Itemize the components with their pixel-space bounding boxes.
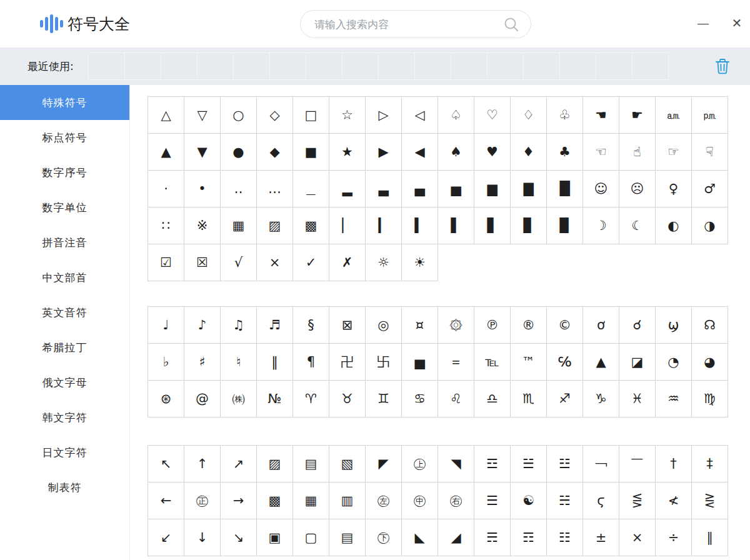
symbol-cell[interactable]: ↘ — [221, 519, 257, 556]
symbol-cell[interactable]: ＝ — [438, 344, 474, 381]
symbol-cell[interactable]: ♒ — [656, 381, 692, 418]
symbol-cell[interactable]: ※ — [184, 208, 221, 244]
symbol-cell[interactable]: ￣ — [619, 446, 656, 482]
symbol-cell[interactable]: ™ — [511, 344, 547, 381]
symbol-cell[interactable]: ☯ — [511, 482, 547, 519]
symbol-cell[interactable]: ♩ — [148, 307, 184, 344]
symbol-cell[interactable]: ♡ — [474, 97, 511, 134]
symbol-cell[interactable]: × — [257, 244, 293, 281]
symbol-cell[interactable]: ▲ — [583, 344, 619, 381]
symbol-cell[interactable]: ▢ — [293, 519, 329, 556]
symbol-cell[interactable]: ▏ — [329, 208, 366, 244]
symbol-cell[interactable]: ▋ — [474, 208, 511, 244]
symbol-cell[interactable]: ♧ — [547, 97, 583, 134]
symbol-cell[interactable]: ☌ — [619, 307, 656, 344]
symbol-cell[interactable]: ⋚ — [619, 482, 656, 519]
symbol-cell[interactable]: ↖ — [148, 446, 184, 482]
sidebar-item-greek-latin[interactable]: 希腊拉丁 — [0, 330, 129, 365]
sidebar-item-punctuation[interactable]: 标点符号 — [0, 120, 129, 155]
symbol-cell[interactable]: ‥ — [221, 171, 257, 208]
symbol-cell[interactable]: ㈱ — [221, 381, 257, 418]
symbol-cell[interactable]: ☾ — [619, 208, 656, 244]
symbol-cell[interactable]: ♋ — [402, 381, 438, 418]
symbol-cell[interactable]: ▩ — [257, 482, 293, 519]
symbol-cell[interactable]: ☝ — [619, 134, 656, 171]
symbol-cell[interactable]: № — [257, 381, 293, 418]
symbol-cell[interactable]: ▎ — [366, 208, 402, 244]
symbol-cell[interactable]: × — [619, 519, 656, 556]
symbol-cell[interactable]: ♫ — [221, 307, 257, 344]
symbol-cell[interactable]: • — [184, 171, 221, 208]
symbol-cell[interactable]: ㊨ — [438, 482, 474, 519]
symbol-cell[interactable]: ▇ — [511, 171, 547, 208]
symbol-cell[interactable]: ✗ — [329, 244, 366, 281]
symbol-cell[interactable]: ♌ — [438, 381, 474, 418]
symbol-cell[interactable]: ♏ — [511, 381, 547, 418]
symbol-cell[interactable]: ▉ — [547, 208, 583, 244]
symbol-cell[interactable]: … — [257, 171, 293, 208]
symbol-cell[interactable]: † — [656, 446, 692, 482]
symbol-cell[interactable]: ♎ — [474, 381, 511, 418]
symbol-cell[interactable]: ★ — [329, 134, 366, 171]
symbol-cell[interactable]: ▷ — [366, 97, 402, 134]
search-input[interactable] — [314, 18, 503, 31]
symbol-cell[interactable]: ♑ — [583, 381, 619, 418]
symbol-cell[interactable]: ☒ — [184, 244, 221, 281]
symbol-cell[interactable]: ☚ — [583, 97, 619, 134]
symbol-cell[interactable]: ☜ — [583, 134, 619, 171]
symbol-cell[interactable]: ▦ — [293, 482, 329, 519]
minimize-button[interactable]: — — [692, 12, 714, 34]
symbol-cell[interactable]: ▦ — [221, 208, 257, 244]
symbol-cell[interactable]: → — [221, 482, 257, 519]
symbol-cell[interactable]: ㊧ — [366, 482, 402, 519]
symbol-cell[interactable]: ← — [148, 482, 184, 519]
symbol-cell[interactable]: ▆ — [474, 171, 511, 208]
sidebar-item-numeric-units[interactable]: 数字单位 — [0, 190, 129, 225]
symbol-cell[interactable]: ▣ — [257, 519, 293, 556]
symbol-cell[interactable]: ® — [511, 307, 547, 344]
symbol-cell[interactable]: ± — [583, 519, 619, 556]
symbol-cell[interactable]: ♈ — [293, 381, 329, 418]
symbol-cell[interactable]: △ — [148, 97, 184, 134]
symbol-cell[interactable]: ◥ — [438, 446, 474, 482]
symbol-cell[interactable]: ㊥ — [402, 482, 438, 519]
symbol-cell[interactable]: ▩ — [293, 208, 329, 244]
symbol-cell[interactable]: ∷ — [148, 208, 184, 244]
symbol-cell[interactable]: ♯ — [184, 344, 221, 381]
symbol-cell[interactable]: ↑ — [184, 446, 221, 482]
trash-button[interactable] — [715, 58, 730, 74]
symbol-cell[interactable]: ♤ — [438, 97, 474, 134]
symbol-cell[interactable]: 卍 — [329, 344, 366, 381]
symbol-cell[interactable]: ♬ — [257, 307, 293, 344]
symbol-cell[interactable]: ϣ — [656, 307, 692, 344]
symbol-cell[interactable]: ● — [221, 134, 257, 171]
symbol-cell[interactable]: ◁ — [402, 97, 438, 134]
sidebar-item-tabulation[interactable]: 制表符 — [0, 470, 129, 505]
symbol-cell[interactable]: ㏘ — [692, 97, 728, 134]
sidebar-item-numeric-ordinals[interactable]: 数字序号 — [0, 155, 129, 190]
symbol-cell[interactable]: ▃ — [366, 171, 402, 208]
symbol-cell[interactable]: ♂ — [692, 171, 728, 208]
symbol-cell[interactable]: ☰ — [474, 482, 511, 519]
symbol-cell[interactable]: ‡ — [692, 446, 728, 482]
symbol-cell[interactable]: ℡ — [474, 344, 511, 381]
symbol-cell[interactable]: ☱ — [511, 446, 547, 482]
sidebar-item-russian-letters[interactable]: 俄文字母 — [0, 365, 129, 400]
symbol-cell[interactable]: ▨ — [257, 446, 293, 482]
symbol-cell[interactable]: ♭ — [148, 344, 184, 381]
symbol-cell[interactable]: □ — [293, 97, 329, 134]
sidebar-item-korean-chars[interactable]: 韩文字符 — [0, 400, 129, 435]
symbol-cell[interactable]: ☶ — [511, 519, 547, 556]
sidebar-item-pinyin-zhuyin[interactable]: 拼音注音 — [0, 225, 129, 260]
symbol-cell[interactable]: ☛ — [619, 97, 656, 134]
symbol-cell[interactable]: ☷ — [547, 519, 583, 556]
symbol-cell[interactable]: ＿ — [293, 171, 329, 208]
symbol-cell[interactable]: ▍ — [402, 208, 438, 244]
symbol-cell[interactable]: ■ — [293, 134, 329, 171]
symbol-cell[interactable]: ▅ — [402, 344, 438, 381]
symbol-cell[interactable]: ☊ — [692, 307, 728, 344]
search-icon[interactable] — [503, 16, 519, 32]
symbol-cell[interactable]: ▊ — [511, 208, 547, 244]
symbol-cell[interactable]: ℅ — [547, 344, 583, 381]
symbol-cell[interactable]: ☲ — [474, 446, 511, 482]
